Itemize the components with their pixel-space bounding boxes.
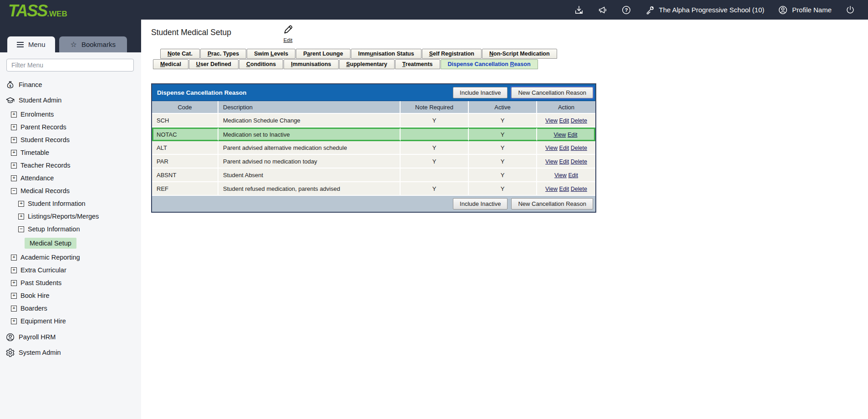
sidebar-item-setup-information[interactable]: −Setup Information [0,223,141,235]
sidebar-item-finance[interactable]: $Finance [0,77,141,92]
collapse-icon[interactable]: − [11,188,17,194]
edit-link[interactable]: Edit [568,132,578,138]
menu-tab-label: Menu [28,41,46,48]
logout-power-icon[interactable] [845,5,855,15]
sidebar-item-label: Parent Records [20,123,66,131]
delete-link[interactable]: Delete [571,145,587,151]
logo-text: TASS [8,1,47,20]
expand-icon[interactable]: + [11,112,17,118]
tab-immunisations[interactable]: Immunisations [284,59,338,69]
edit-link[interactable]: Edit [559,118,569,124]
tab-user-defined[interactable]: User Defined [189,59,239,69]
delete-link[interactable]: Delete [571,118,587,124]
expand-icon[interactable]: + [11,150,17,156]
expand-icon[interactable]: + [11,293,17,299]
cell-code: PAR [152,155,218,169]
tass-logo[interactable]: TASS.WEB [8,3,67,19]
sidebar-item-listings-reports-merges[interactable]: +Listings/Reports/Merges [0,210,141,223]
sidebar-item-academic-reporting[interactable]: +Academic Reporting [0,251,141,264]
announcements-icon[interactable] [598,5,608,15]
sidebar-item-label: Student Admin [19,97,61,104]
page-title: Student Medical Setup [151,28,231,37]
include-inactive-button-bottom[interactable]: Include Inactive [453,198,508,210]
sidebar-item-past-students[interactable]: +Past Students [0,276,141,289]
sidebar-item-enrolments[interactable]: +Enrolments [0,108,141,121]
new-cancellation-reason-button-bottom[interactable]: New Cancellation Reason [511,198,593,210]
profile-menu[interactable]: Profile Name [778,5,832,15]
svg-text:?: ? [624,7,628,12]
collapse-icon[interactable]: − [18,226,24,232]
view-link[interactable]: View [545,145,558,151]
view-link[interactable]: View [553,132,566,138]
sidebar-item-extra-curricular[interactable]: +Extra Curricular [0,264,141,276]
column-header-description: Description [218,101,401,114]
money-bag-icon: $ [5,80,15,90]
sidebar-item-label: Boarders [20,305,47,312]
include-inactive-button-top[interactable]: Include Inactive [453,87,508,98]
sidebar-item-medical-setup[interactable]: Medical Setup [0,235,141,251]
edit-link[interactable]: Edit [568,172,578,179]
tab-parent-lounge[interactable]: Parent Lounge [296,49,350,59]
expand-icon[interactable]: + [11,306,17,312]
sidebar-item-boarders[interactable]: +Boarders [0,302,141,315]
edit-link[interactable]: Edit [559,186,569,192]
view-link[interactable]: View [545,118,558,124]
tab-treatments[interactable]: Treatments [395,59,440,69]
filter-menu-input[interactable] [6,59,134,72]
sidebar-item-payroll-hrm[interactable]: Payroll HRM [0,329,141,345]
expand-icon[interactable]: + [18,214,24,220]
sidebar-item-student-admin[interactable]: Student Admin [0,92,141,108]
expand-icon[interactable]: + [11,163,17,169]
tab-medical[interactable]: Medical [153,59,188,69]
sidebar-item-student-information[interactable]: +Student Information [0,197,141,210]
tab-self-registration[interactable]: Self Registration [422,49,482,59]
sidebar-item-timetable[interactable]: +Timetable [0,146,141,159]
view-link[interactable]: View [554,172,567,179]
expand-icon[interactable]: + [11,267,17,273]
tab-conditions[interactable]: Conditions [239,59,283,69]
sidebar-item-teacher-records[interactable]: +Teacher Records [0,159,141,172]
tab-note-cat[interactable]: Note Cat. [160,49,200,59]
download-icon[interactable] [574,5,584,15]
sidebar-item-attendance[interactable]: +Attendance [0,172,141,184]
view-link[interactable]: View [545,186,558,192]
sidebar-item-label: Book Hire [20,292,50,299]
table-row-par: PARParent advised no medication todayYYV… [152,155,595,169]
sidebar-item-equipment-hire[interactable]: +Equipment Hire [0,315,141,327]
tab-supplementary[interactable]: Supplementary [339,59,395,69]
tab-swim-levels[interactable]: Swim Levels [247,49,295,59]
tab-dispense-cancellation-reason[interactable]: Dispense Cancellation Reason [441,59,538,69]
expand-icon[interactable]: + [11,137,17,143]
sidebar-item-parent-records[interactable]: +Parent Records [0,121,141,133]
expand-icon[interactable]: + [18,201,24,207]
tab-menu[interactable]: Menu [7,36,55,52]
sidebar-item-system-admin[interactable]: System Admin [0,345,141,360]
expand-icon[interactable]: + [11,280,17,286]
tab-prac-types[interactable]: Prac. Types [200,49,246,59]
edit-link[interactable]: Edit [559,145,569,151]
sidebar-item-book-hire[interactable]: +Book Hire [0,289,141,302]
sidebar-item-label: Attendance [20,174,54,182]
expand-icon[interactable]: + [11,175,17,181]
view-link[interactable]: View [545,158,558,165]
table-row-alt: ALTParent advised alternative medication… [152,141,595,155]
new-cancellation-reason-button-top[interactable]: New Cancellation Reason [511,87,593,98]
delete-link[interactable]: Delete [571,186,587,192]
help-icon[interactable]: ? [621,5,631,15]
expand-icon[interactable]: + [11,124,17,130]
delete-link[interactable]: Delete [571,158,587,165]
key-icon [645,5,655,15]
cell-actions: View Edit [537,128,595,141]
tab-immunisation-status[interactable]: Immunisation Status [351,49,421,59]
edit-link[interactable]: Edit [559,158,569,165]
sidebar-item-medical-records[interactable]: −Medical Records [0,184,141,197]
sidebar-item-student-records[interactable]: +Student Records [0,133,141,146]
expand-icon[interactable]: + [11,318,17,324]
tab-bookmarks[interactable]: ☆ Bookmarks [59,36,127,52]
school-selector[interactable]: The Alpha Progressive School (10) [645,5,765,15]
edit-page-button[interactable]: Edit [282,24,294,43]
tab-non-script-medication[interactable]: Non-Script Medication [482,49,557,59]
cell-description: Parent advised no medication today [218,155,401,169]
expand-icon[interactable]: + [11,255,17,261]
column-header-code: Code [152,101,218,114]
